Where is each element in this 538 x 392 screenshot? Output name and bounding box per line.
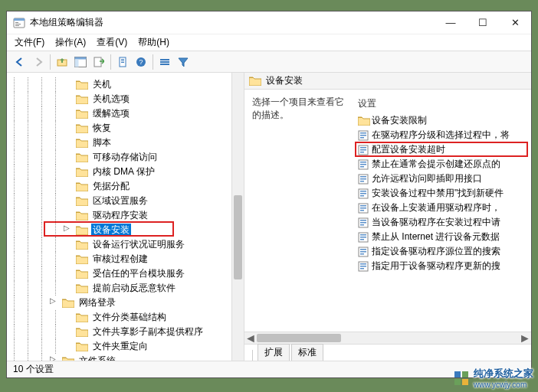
watermark-url: www.ycwjy.com <box>474 381 533 389</box>
tree-item[interactable]: 文件夹重定向 <box>7 339 231 354</box>
svg-rect-8 <box>75 59 79 67</box>
svg-rect-30 <box>360 166 364 168</box>
svg-rect-21 <box>360 135 366 136</box>
folder-icon <box>76 196 88 207</box>
menu-view[interactable]: 查看(V) <box>95 36 129 49</box>
svg-rect-16 <box>160 59 169 60</box>
tree-label: 凭据分配 <box>91 180 131 193</box>
settings-item[interactable]: 在驱动程序分级和选择过程中，将 <box>352 128 531 142</box>
svg-rect-28 <box>360 162 366 163</box>
tree-item[interactable]: ▷网络登录 <box>7 296 231 310</box>
tree-item[interactable]: 凭据分配 <box>7 179 231 194</box>
settings-item[interactable]: 当设备驱动程序在安装过程中请 <box>352 215 531 230</box>
show-hide-tree-button[interactable] <box>72 54 89 70</box>
scroll-right-arrow[interactable]: ► <box>519 332 531 345</box>
back-button[interactable] <box>11 54 28 70</box>
tree-label: 文件共享影子副本提供程序 <box>91 325 205 338</box>
expander-icon[interactable]: ▷ <box>48 296 57 305</box>
svg-rect-20 <box>360 132 366 134</box>
tree-label: 受信任的平台模块服务 <box>91 267 186 280</box>
svg-rect-53 <box>360 251 366 253</box>
settings-item[interactable]: 禁止从 Internet 进行设备元数据 <box>352 230 531 244</box>
properties-button[interactable] <box>156 54 173 70</box>
details-title: 设备安装 <box>266 74 303 87</box>
svg-rect-4 <box>15 25 19 26</box>
folder-icon <box>76 94 88 105</box>
tab-extended[interactable]: 扩展 <box>258 344 290 361</box>
tree-item[interactable]: 关机选项 <box>7 92 231 106</box>
tree-pane: 关机关机选项缓解选项恢复脚本可移动存储访问内核 DMA 保护凭据分配区域设置服务… <box>7 73 244 361</box>
svg-rect-37 <box>360 193 366 194</box>
setting-icon <box>358 217 369 228</box>
tree-item[interactable]: 缓解选项 <box>7 106 231 121</box>
settings-header: 设置 <box>352 94 531 113</box>
folder-icon <box>76 123 88 134</box>
tree-item[interactable]: 关机 <box>7 77 231 92</box>
filter-button[interactable] <box>175 54 192 70</box>
svg-rect-3 <box>15 24 21 24</box>
forward-button[interactable] <box>30 54 47 70</box>
tab-standard[interactable]: 标准 <box>291 344 323 361</box>
tree-item[interactable]: 脚本 <box>7 136 231 150</box>
settings-item-label: 当设备驱动程序在安装过程中请 <box>372 216 500 229</box>
tree-item[interactable]: 审核过程创建 <box>7 252 231 266</box>
tree-item[interactable]: 恢复 <box>7 121 231 136</box>
tree-label: 设备安装 <box>91 224 131 237</box>
settings-subfolder[interactable]: 设备安装限制 <box>352 113 531 128</box>
export-button[interactable] <box>90 54 107 70</box>
tree-item[interactable]: 内核 DMA 保护 <box>7 165 231 179</box>
description-text: 选择一个项目来查看它的描述。 <box>252 96 344 122</box>
menu-file[interactable]: 文件(F) <box>13 36 46 49</box>
tree-item[interactable]: 文件共享影子副本提供程序 <box>7 325 231 339</box>
settings-item[interactable]: 指定用于设备驱动程序更新的搜 <box>352 259 531 273</box>
tree-item[interactable]: ▷设备安装 <box>7 223 231 237</box>
expander-icon[interactable]: ▷ <box>48 354 57 361</box>
content-area: 关机关机选项缓解选项恢复脚本可移动存储访问内核 DMA 保护凭据分配区域设置服务… <box>7 73 531 361</box>
settings-item[interactable]: 配置设备安装超时 <box>352 142 531 157</box>
svg-rect-58 <box>360 268 364 270</box>
folder-icon <box>76 254 88 265</box>
minimize-button[interactable]: — <box>435 11 467 34</box>
settings-item[interactable]: 指定设备驱动程序源位置的搜索 <box>352 244 531 259</box>
folder-icon <box>76 312 88 323</box>
svg-rect-60 <box>462 371 468 377</box>
close-button[interactable]: ✕ <box>499 11 531 34</box>
tree-item[interactable]: 区域设置服务 <box>7 194 231 208</box>
svg-rect-48 <box>360 234 366 236</box>
tree-item[interactable]: 可移动存储访问 <box>7 150 231 165</box>
setting-icon <box>358 232 369 243</box>
svg-rect-44 <box>360 220 366 221</box>
svg-rect-25 <box>360 149 366 151</box>
tree-item[interactable]: ▷文件系统 <box>7 354 231 361</box>
menu-action[interactable]: 操作(A) <box>54 36 87 49</box>
settings-item[interactable]: 在设备上安装通用驱动程序时， <box>352 201 531 215</box>
settings-item[interactable]: 安装设备过程中禁用"找到新硬件 <box>352 186 531 201</box>
setting-icon <box>358 145 369 155</box>
svg-rect-40 <box>360 205 366 207</box>
maximize-button[interactable]: ☐ <box>467 11 499 34</box>
expander-icon[interactable]: ▷ <box>62 223 71 232</box>
tree-item[interactable]: 受信任的平台模块服务 <box>7 266 231 281</box>
tree-vertical-scrollbar[interactable] <box>231 73 244 361</box>
tree-label: 关机 <box>91 78 113 91</box>
scroll-left-arrow[interactable]: ◄ <box>244 332 257 345</box>
setting-icon <box>358 188 369 199</box>
tree-item[interactable]: 文件分类基础结构 <box>7 310 231 325</box>
help-button[interactable]: ? <box>133 54 149 70</box>
settings-item-label: 禁止在通常会提示创建还原点的 <box>372 158 500 171</box>
watermark: 纯净系统之家 www.ycwjy.com <box>454 367 533 389</box>
tree-label: 恢复 <box>91 122 113 135</box>
details-tabbar: 扩展 标准 <box>244 344 531 361</box>
menu-help[interactable]: 帮助(H) <box>136 36 171 49</box>
settings-item[interactable]: 禁止在通常会提示创建还原点的 <box>352 157 531 172</box>
tree-item[interactable]: 提前启动反恶意软件 <box>7 281 231 296</box>
refresh-button[interactable] <box>114 54 131 70</box>
watermark-icon <box>454 371 469 386</box>
details-horizontal-scrollbar[interactable]: ◄ ► <box>244 332 531 344</box>
details-pane: 设备安装 选择一个项目来查看它的描述。 设置 设备安装限制在驱动程序分级和选择过… <box>244 73 531 361</box>
up-button[interactable] <box>54 54 71 70</box>
tree-item[interactable]: 设备运行状况证明服务 <box>7 237 231 252</box>
settings-item[interactable]: 允许远程访问即插即用接口 <box>352 172 531 186</box>
tree-item[interactable]: 驱动程序安装 <box>7 208 231 223</box>
tree-label: 审核过程创建 <box>91 253 149 266</box>
